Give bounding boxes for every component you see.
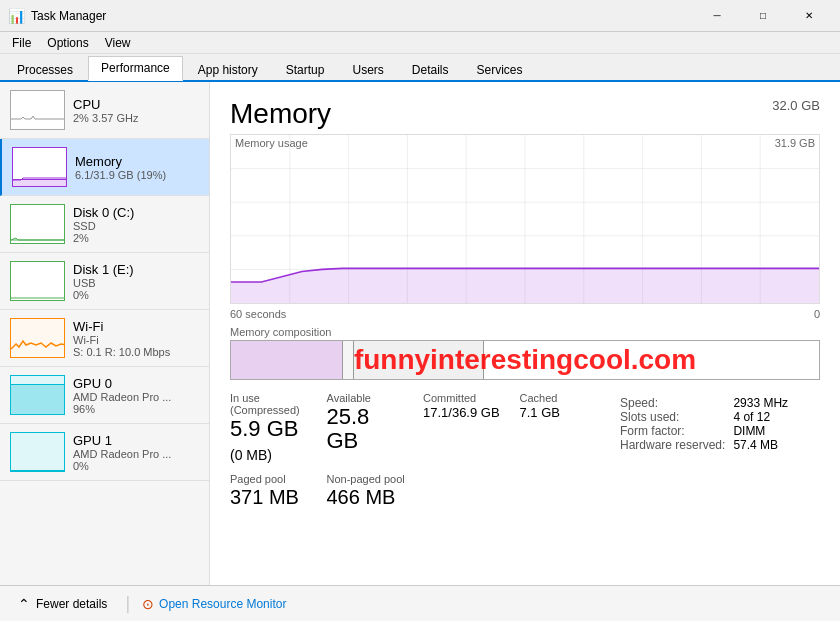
composition-section: Memory composition funnyinterestingcool.…	[230, 326, 820, 380]
wifi-thumbnail	[10, 318, 65, 358]
resource-monitor-label: Open Resource Monitor	[159, 597, 286, 611]
sidebar-item-gpu0[interactable]: GPU 0 AMD Radeon Pro ... 96%	[0, 367, 209, 424]
fewer-details-label: Fewer details	[36, 597, 107, 611]
bottom-bar: ⌃ Fewer details | ⊙ Open Resource Monito…	[0, 585, 840, 621]
slots-value: 4 of 12	[733, 410, 788, 424]
stat-inuse-value: 5.9 GB (0 MB)	[230, 417, 311, 465]
comp-free	[484, 341, 819, 379]
tab-services[interactable]: Services	[464, 58, 536, 81]
gpu0-thumbnail	[10, 375, 65, 415]
stat-cached: Cached 7.1 GB	[520, 392, 601, 465]
gpu1-info: GPU 1 AMD Radeon Pro ... 0%	[73, 433, 199, 472]
sidebar-item-disk1[interactable]: Disk 1 (E:) USB 0%	[0, 253, 209, 310]
tab-processes[interactable]: Processes	[4, 58, 86, 81]
open-resource-monitor-button[interactable]: ⊙ Open Resource Monitor	[142, 596, 286, 612]
stats-section: In use (Compressed) 5.9 GB (0 MB) Availa…	[230, 392, 820, 515]
form-label: Form factor:	[620, 424, 733, 438]
app-title: Task Manager	[31, 9, 694, 23]
cpu-stats: 2% 3.57 GHz	[73, 112, 199, 124]
hwreserved-value: 57.4 MB	[733, 438, 788, 452]
comp-inuse	[231, 341, 343, 379]
graph-time-right: 0	[814, 308, 820, 320]
panel-title: Memory	[230, 98, 331, 130]
wifi-speed: S: 0.1 R: 10.0 Mbps	[73, 346, 199, 358]
stat-slots-row: Slots used: 4 of 12	[620, 410, 788, 424]
graph-max: 31.9 GB	[775, 137, 815, 149]
disk0-label: Disk 0 (C:)	[73, 205, 199, 220]
stat-nonpaged: Non-paged pool 466 MB	[327, 473, 408, 515]
sidebar-item-disk0[interactable]: Disk 0 (C:) SSD 2%	[0, 196, 209, 253]
wifi-type: Wi-Fi	[73, 334, 199, 346]
memory-info: Memory 6.1/31.9 GB (19%)	[75, 154, 199, 181]
stat-nonpaged-value: 466 MB	[327, 486, 408, 509]
menu-options[interactable]: Options	[39, 34, 96, 52]
stat-available-value: 25.8 GB	[327, 405, 408, 453]
gpu1-thumbnail	[10, 432, 65, 472]
gpu0-label: GPU 0	[73, 376, 199, 391]
memory-label: Memory	[75, 154, 199, 169]
stat-form-row: Form factor: DIMM	[620, 424, 788, 438]
cpu-thumbnail	[10, 90, 65, 130]
wifi-info: Wi-Fi Wi-Fi S: 0.1 R: 10.0 Mbps	[73, 319, 199, 358]
stats-left: In use (Compressed) 5.9 GB (0 MB) Availa…	[230, 392, 600, 515]
gpu0-model: AMD Radeon Pro ...	[73, 391, 199, 403]
composition-bar: funnyinterestingcool.com	[230, 340, 820, 380]
stat-pagedpool-label: Paged pool	[230, 473, 311, 485]
stat-pagedpool-value: 371 MB	[230, 486, 311, 509]
sidebar-item-cpu[interactable]: CPU 2% 3.57 GHz	[0, 82, 209, 139]
disk1-usage: 0%	[73, 289, 199, 301]
menu-bar: File Options View	[0, 32, 840, 54]
sidebar: CPU 2% 3.57 GHz Memory 6.1/31.9 GB (19%)	[0, 82, 210, 585]
stat-nonpaged-label: Non-paged pool	[327, 473, 408, 485]
title-bar: 📊 Task Manager ─ □ ✕	[0, 0, 840, 32]
graph-time: 60 seconds 0	[230, 308, 820, 320]
memory-graph: Memory usage 31.9 GB	[230, 134, 820, 304]
memory-thumbnail	[12, 147, 67, 187]
disk1-label: Disk 1 (E:)	[73, 262, 199, 277]
gpu1-model: AMD Radeon Pro ...	[73, 448, 199, 460]
tab-details[interactable]: Details	[399, 58, 462, 81]
separator: |	[125, 593, 130, 614]
sidebar-item-memory[interactable]: Memory 6.1/31.9 GB (19%)	[0, 139, 209, 196]
tab-startup[interactable]: Startup	[273, 58, 338, 81]
fewer-details-button[interactable]: ⌃ Fewer details	[12, 592, 113, 616]
comp-standby	[354, 341, 483, 379]
menu-file[interactable]: File	[4, 34, 39, 52]
speed-label: Speed:	[620, 396, 733, 410]
stat-inuse: In use (Compressed) 5.9 GB (0 MB)	[230, 392, 311, 465]
svg-marker-13	[231, 268, 819, 303]
stat-cached-value: 7.1 GB	[520, 405, 601, 420]
gpu0-info: GPU 0 AMD Radeon Pro ... 96%	[73, 376, 199, 415]
stat-speed-row: Speed: 2933 MHz	[620, 396, 788, 410]
tab-users[interactable]: Users	[339, 58, 396, 81]
app-icon: 📊	[8, 8, 25, 24]
tab-app-history[interactable]: App history	[185, 58, 271, 81]
cpu-label: CPU	[73, 97, 199, 112]
right-stats-table: Speed: 2933 MHz Slots used: 4 of 12 Form…	[620, 396, 788, 452]
gpu0-usage: 96%	[73, 403, 199, 415]
main-content: CPU 2% 3.57 GHz Memory 6.1/31.9 GB (19%)	[0, 82, 840, 585]
stats-right-panel: Speed: 2933 MHz Slots used: 4 of 12 Form…	[620, 392, 820, 515]
sidebar-item-wifi[interactable]: Wi-Fi Wi-Fi S: 0.1 R: 10.0 Mbps	[0, 310, 209, 367]
comp-modified	[343, 341, 355, 379]
disk1-info: Disk 1 (E:) USB 0%	[73, 262, 199, 301]
stat-hwreserved-row: Hardware reserved: 57.4 MB	[620, 438, 788, 452]
minimize-button[interactable]: ─	[694, 0, 740, 32]
menu-view[interactable]: View	[97, 34, 139, 52]
disk0-type: SSD	[73, 220, 199, 232]
speed-value: 2933 MHz	[733, 396, 788, 410]
close-button[interactable]: ✕	[786, 0, 832, 32]
stats-grid: In use (Compressed) 5.9 GB (0 MB) Availa…	[230, 392, 600, 515]
cpu-info: CPU 2% 3.57 GHz	[73, 97, 199, 124]
right-panel: Memory 32.0 GB Memory usage 31.9 GB	[210, 82, 840, 585]
resource-monitor-icon: ⊙	[142, 596, 154, 612]
maximize-button[interactable]: □	[740, 0, 786, 32]
window-controls: ─ □ ✕	[694, 0, 832, 32]
tab-performance[interactable]: Performance	[88, 56, 183, 81]
graph-label: Memory usage	[235, 137, 308, 149]
wifi-label: Wi-Fi	[73, 319, 199, 334]
chevron-up-icon: ⌃	[18, 596, 30, 612]
panel-header: Memory 32.0 GB	[230, 98, 820, 130]
sidebar-item-gpu1[interactable]: GPU 1 AMD Radeon Pro ... 0%	[0, 424, 209, 481]
stat-pagedpool: Paged pool 371 MB	[230, 473, 311, 515]
